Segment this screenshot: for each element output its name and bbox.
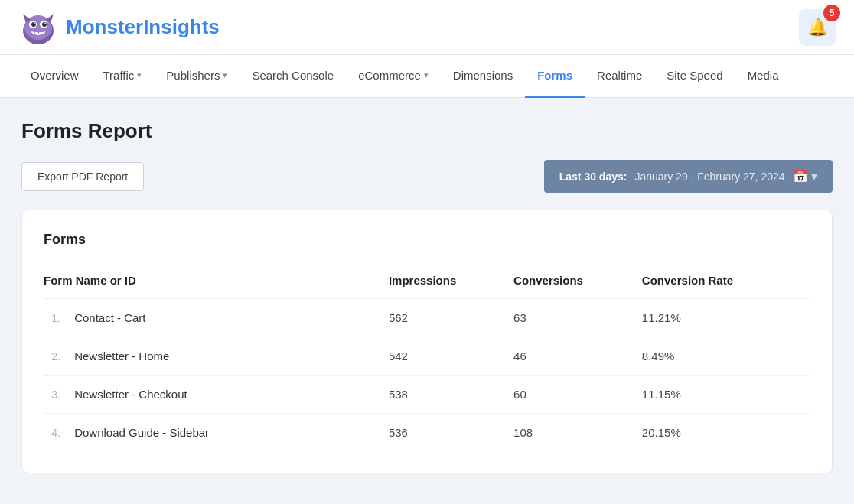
col-conversion-rate: Conversion Rate xyxy=(642,266,810,298)
cell-conversions: 108 xyxy=(513,414,642,452)
content-area: Forms Report Export PDF Report Last 30 d… xyxy=(0,98,854,495)
form-name-text: Newsletter - Checkout xyxy=(74,388,187,401)
nav-item-overview[interactable]: Overview xyxy=(18,55,91,98)
col-impressions: Impressions xyxy=(389,266,513,298)
nav-item-ecommerce[interactable]: eCommerce ▾ xyxy=(346,55,441,98)
svg-point-7 xyxy=(44,23,46,24)
nav-item-media[interactable]: Media xyxy=(735,55,791,98)
logo-text: MonsterInsights xyxy=(66,15,220,39)
calendar-icon: 📅 ▾ xyxy=(793,169,817,184)
nav-item-traffic[interactable]: Traffic ▾ xyxy=(91,55,155,98)
cell-form-name: 4. Download Guide - Sidebar xyxy=(44,414,389,452)
cell-conversion-rate: 8.49% xyxy=(642,337,810,376)
row-number: 3. xyxy=(44,389,60,401)
forms-table: Form Name or ID Impressions Conversions … xyxy=(44,266,810,451)
col-conversions: Conversions xyxy=(513,266,642,298)
notification-badge: 5 xyxy=(823,5,840,21)
header: MonsterInsights 🔔 5 xyxy=(0,0,854,55)
svg-point-6 xyxy=(34,23,35,24)
header-right: 🔔 5 xyxy=(799,9,836,46)
cell-impressions: 536 xyxy=(389,414,513,452)
export-pdf-button[interactable]: Export PDF Report xyxy=(21,162,144,191)
nav-item-forms[interactable]: Forms xyxy=(525,55,585,98)
cell-conversion-rate: 11.15% xyxy=(642,376,810,414)
nav-item-site-speed[interactable]: Site Speed xyxy=(654,55,735,98)
row-number: 2. xyxy=(44,350,60,363)
notification-button[interactable]: 🔔 5 xyxy=(799,9,836,46)
form-name-text: Contact - Cart xyxy=(74,311,145,324)
date-range-label: Last 30 days: xyxy=(559,171,627,183)
logo-area: MonsterInsights xyxy=(18,8,220,47)
svg-rect-8 xyxy=(35,32,38,34)
table-row: 2. Newsletter - Home 542 46 8.49% xyxy=(44,337,810,376)
forms-card: Forms Form Name or ID Impressions Conver… xyxy=(21,210,833,473)
table-row: 4. Download Guide - Sidebar 536 108 20.1… xyxy=(44,414,810,452)
svg-point-4 xyxy=(31,22,36,27)
main-nav: Overview Traffic ▾ Publishers ▾ Search C… xyxy=(0,55,854,98)
cell-conversions: 63 xyxy=(513,298,642,337)
forms-card-title: Forms xyxy=(44,232,810,248)
cell-impressions: 542 xyxy=(389,337,513,376)
page-title: Forms Report xyxy=(21,119,833,143)
table-row: 1. Contact - Cart 562 63 11.21% xyxy=(44,298,810,337)
cell-form-name: 3. Newsletter - Checkout xyxy=(44,376,389,414)
nav-item-publishers[interactable]: Publishers ▾ xyxy=(154,55,240,98)
nav-item-search-console[interactable]: Search Console xyxy=(240,55,346,98)
form-name-text: Newsletter - Home xyxy=(74,350,169,363)
cell-conversions: 46 xyxy=(513,337,642,376)
row-number: 4. xyxy=(44,427,60,439)
chevron-down-icon: ▾ xyxy=(424,70,429,80)
bell-icon: 🔔 xyxy=(807,18,828,37)
cell-conversion-rate: 11.21% xyxy=(642,298,810,337)
toolbar: Export PDF Report Last 30 days: January … xyxy=(21,160,833,193)
date-range-button[interactable]: Last 30 days: January 29 - February 27, … xyxy=(544,160,833,193)
nav-item-realtime[interactable]: Realtime xyxy=(585,55,654,98)
col-form-name: Form Name or ID xyxy=(44,266,389,298)
cell-impressions: 562 xyxy=(389,298,513,337)
cell-form-name: 1. Contact - Cart xyxy=(44,298,389,337)
logo-icon xyxy=(18,8,58,47)
form-name-text: Download Guide - Sidebar xyxy=(74,426,209,439)
date-range-value: January 29 - February 27, 2024 xyxy=(634,171,784,183)
chevron-down-icon: ▾ xyxy=(137,70,142,80)
svg-point-5 xyxy=(42,22,47,27)
cell-impressions: 538 xyxy=(389,376,513,414)
nav-item-dimensions[interactable]: Dimensions xyxy=(441,55,525,98)
svg-rect-9 xyxy=(39,32,42,34)
chevron-down-icon: ▾ xyxy=(223,70,227,80)
table-header-row: Form Name or ID Impressions Conversions … xyxy=(44,266,810,298)
cell-conversion-rate: 20.15% xyxy=(642,414,810,452)
row-number: 1. xyxy=(44,312,60,324)
cell-form-name: 2. Newsletter - Home xyxy=(44,337,389,376)
table-row: 3. Newsletter - Checkout 538 60 11.15% xyxy=(44,376,810,414)
cell-conversions: 60 xyxy=(513,376,642,414)
